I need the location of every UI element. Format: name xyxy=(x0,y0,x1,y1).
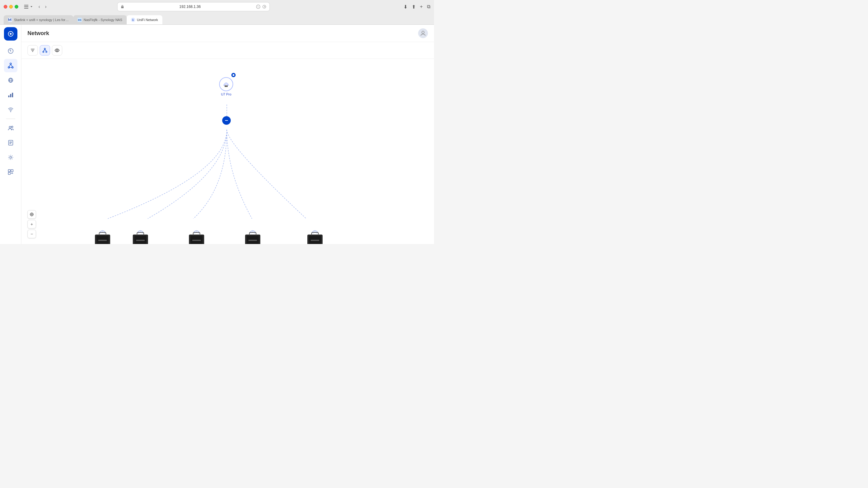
device-icon-4 xyxy=(307,234,322,244)
sidebar-item-settings[interactable] xyxy=(4,151,18,164)
device-node-homepod-cuisine[interactable]: HomePod Cuisine 100 % xyxy=(183,230,210,244)
fullscreen-button[interactable] xyxy=(14,5,18,8)
tab-unifi-label: UniFi Network xyxy=(137,18,158,22)
settings-icon xyxy=(8,154,14,160)
map-controls: + − xyxy=(28,210,36,238)
svg-point-7 xyxy=(10,33,11,35)
sidebar-item-users[interactable] xyxy=(4,121,18,135)
svg-point-34 xyxy=(422,31,424,34)
tab-unifi[interactable]: 1 UniFi Network xyxy=(127,15,162,24)
share-button[interactable]: ⬆ xyxy=(412,4,416,10)
sidebar-item-devices[interactable] xyxy=(4,73,18,87)
sidebar-item-addons[interactable] xyxy=(4,165,18,179)
user-avatar[interactable] xyxy=(418,28,428,38)
router-node[interactable]: U7 Pro xyxy=(219,77,233,96)
router-status-icon xyxy=(232,74,235,76)
traffic-lights xyxy=(4,5,18,8)
svg-rect-1 xyxy=(24,6,28,7)
sidebar-item-wifi[interactable] xyxy=(4,103,18,116)
tab-mg[interactable]: Starlink + unifi + synology | Les forums… xyxy=(4,15,73,24)
svg-point-48 xyxy=(30,213,33,216)
reload-icon[interactable] xyxy=(262,5,267,9)
page-header: Network xyxy=(21,25,434,42)
filter-button[interactable] xyxy=(28,45,38,56)
device-icon-0 xyxy=(95,234,110,244)
forward-button[interactable]: › xyxy=(43,3,48,10)
tab-dsm[interactable]: DS NasFlojfk - Synology NAS xyxy=(73,15,127,24)
svg-point-23 xyxy=(11,126,13,128)
svg-rect-30 xyxy=(11,170,13,172)
zoom-out-button[interactable]: − xyxy=(28,230,36,238)
devices-icon xyxy=(8,77,14,83)
main-content: Network xyxy=(21,25,434,244)
address-bar[interactable]: 192.168.1.36 ↻ xyxy=(117,2,270,11)
layout-icon xyxy=(42,48,47,53)
download-button[interactable]: ⬇ xyxy=(403,4,407,10)
sidebar-item-stats[interactable] xyxy=(4,88,18,102)
close-button[interactable] xyxy=(4,5,7,8)
browser-actions: ⬇ ⬆ + ⧉ xyxy=(403,4,430,10)
svg-line-13 xyxy=(9,65,11,67)
svg-point-22 xyxy=(9,126,11,128)
device-icon-2 xyxy=(189,234,204,244)
svg-rect-3 xyxy=(121,6,124,8)
sidebar-item-topology[interactable] xyxy=(4,59,18,72)
svg-point-9 xyxy=(10,51,11,52)
dashboard-icon xyxy=(8,48,14,54)
sidebar-logo[interactable] xyxy=(4,27,18,40)
unifi-logo-icon xyxy=(7,31,14,37)
sidebar-toggle[interactable] xyxy=(24,4,33,9)
logs-icon xyxy=(8,140,14,146)
app-container: Network xyxy=(0,25,434,244)
page-title: Network xyxy=(28,30,49,37)
collapse-button[interactable]: − xyxy=(222,116,231,125)
view-icon xyxy=(55,48,60,53)
tabs-overview-button[interactable]: ⧉ xyxy=(427,4,430,10)
avatar-icon xyxy=(420,31,426,36)
wifi-icon xyxy=(8,106,14,112)
topology-icon xyxy=(8,63,14,69)
svg-point-10 xyxy=(10,63,11,65)
svg-point-45 xyxy=(232,74,235,76)
view-button[interactable] xyxy=(52,45,62,56)
svg-rect-0 xyxy=(24,5,28,5)
sidebar xyxy=(0,25,21,244)
browser-tabs: Starlink + unifi + synology | Les forums… xyxy=(0,13,434,24)
svg-line-42 xyxy=(45,50,46,51)
device-icon-3 xyxy=(245,234,260,244)
dsm-favicon: DS xyxy=(78,18,82,22)
device-node-homepod-entree[interactable]: HomePod Entrée 100 % xyxy=(302,230,328,244)
locate-button[interactable] xyxy=(28,210,36,219)
new-tab-button[interactable]: + xyxy=(420,4,423,10)
addons-icon xyxy=(8,169,14,175)
svg-point-40 xyxy=(46,51,47,53)
zoom-out-icon: − xyxy=(31,231,33,236)
sidebar-item-dashboard[interactable] xyxy=(4,44,18,58)
router-device-icon xyxy=(222,80,230,88)
svg-rect-31 xyxy=(8,172,10,174)
header-right xyxy=(418,28,428,38)
svg-rect-29 xyxy=(8,170,10,172)
topology-canvas[interactable]: U7 Pro − xyxy=(21,59,434,244)
tab-mg-label: Starlink + unifi + synology | Les forums… xyxy=(14,18,69,22)
layout-button[interactable] xyxy=(40,45,50,56)
svg-point-39 xyxy=(43,51,44,53)
router-icon-circle[interactable] xyxy=(219,77,233,91)
device-node-homepods-chambre[interactable]: HomePods Chambre 96 % xyxy=(87,230,118,244)
device-node-air-de-marine[interactable]: Air-de-Marine 100 % xyxy=(243,230,263,244)
svg-point-21 xyxy=(10,111,11,112)
svg-line-41 xyxy=(43,50,45,51)
svg-text:↻: ↻ xyxy=(257,6,259,8)
device-node-iphone[interactable]: iPhone 13 Pro 100 % xyxy=(130,230,151,244)
minimize-button[interactable] xyxy=(9,5,13,8)
svg-point-47 xyxy=(226,86,226,87)
zoom-in-button[interactable]: + xyxy=(28,220,36,228)
lock-icon xyxy=(121,5,124,8)
sidebar-item-logs[interactable] xyxy=(4,136,18,150)
address-bar-icons: ↻ xyxy=(256,5,267,9)
svg-point-43 xyxy=(57,50,58,51)
back-button[interactable]: ‹ xyxy=(37,3,42,10)
svg-point-28 xyxy=(10,157,11,158)
svg-point-38 xyxy=(44,48,45,50)
url-text: 192.168.1.36 xyxy=(126,5,254,9)
